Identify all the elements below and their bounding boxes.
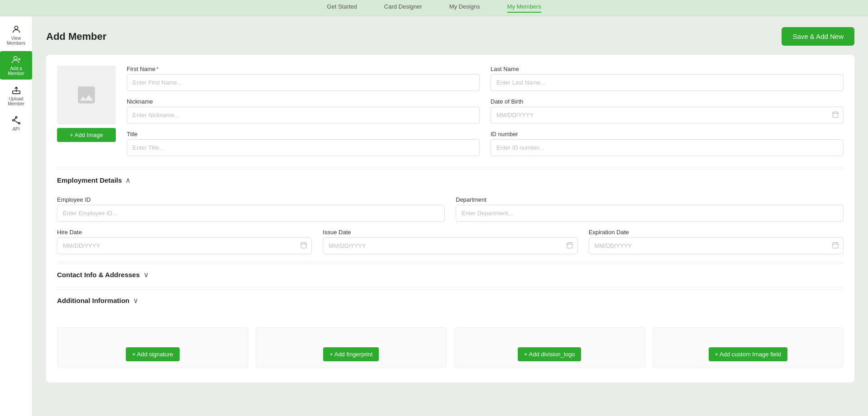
form-card: + Add Image First Name* Last Name Ni bbox=[46, 55, 854, 383]
svg-point-6 bbox=[12, 119, 14, 121]
svg-point-0 bbox=[14, 26, 18, 29]
nav-my-members[interactable]: My Members bbox=[507, 3, 541, 13]
svg-rect-19 bbox=[567, 242, 572, 248]
first-name-group: First Name* bbox=[127, 66, 480, 91]
sidebar-item-view-members-label: View Members bbox=[2, 36, 30, 46]
sidebar: View Members Add a Member Upload Member bbox=[0, 16, 33, 416]
employee-id-input[interactable] bbox=[57, 205, 445, 222]
id-number-group: ID number bbox=[491, 131, 844, 156]
department-input[interactable] bbox=[456, 205, 844, 222]
additional-section-header[interactable]: Additional Information ∨ bbox=[57, 289, 844, 311]
employment-section-header[interactable]: Employment Details ∧ bbox=[57, 169, 844, 191]
id-number-label: ID number bbox=[491, 131, 844, 137]
personal-info-row: + Add Image First Name* Last Name Ni bbox=[57, 66, 844, 156]
hire-date-calendar-icon bbox=[300, 241, 307, 251]
image-placeholder-icon bbox=[75, 84, 98, 106]
svg-rect-15 bbox=[301, 242, 306, 248]
add-fingerprint-button[interactable]: + Add fingerprint bbox=[323, 347, 379, 361]
expiration-date-group: Expiration Date bbox=[589, 229, 844, 254]
page-title: Add Member bbox=[46, 31, 106, 43]
issue-date-input[interactable] bbox=[323, 237, 577, 254]
hire-date-input[interactable] bbox=[57, 237, 312, 254]
sidebar-item-upload-member-label: Upload Member bbox=[2, 96, 30, 106]
add-signature-button[interactable]: + Add signature bbox=[126, 347, 180, 361]
dob-label: Date of Birth bbox=[491, 98, 844, 105]
nav-card-designer[interactable]: Card Designer bbox=[384, 3, 422, 13]
contact-section-header[interactable]: Contact Info & Addresses ∨ bbox=[57, 264, 844, 285]
image-buttons-row: + Add signature + Add fingerprint + Add … bbox=[57, 320, 844, 372]
employment-row-2: Hire Date bbox=[57, 229, 844, 254]
fingerprint-box: + Add fingerprint bbox=[256, 327, 447, 368]
avatar-placeholder bbox=[57, 66, 116, 124]
hire-date-label: Hire Date bbox=[57, 229, 312, 236]
svg-line-10 bbox=[14, 118, 16, 120]
person-add-icon bbox=[11, 55, 21, 65]
svg-point-1 bbox=[14, 57, 17, 60]
employee-id-label: Employee ID bbox=[57, 196, 445, 203]
upload-icon bbox=[11, 85, 21, 95]
add-image-button[interactable]: + Add Image bbox=[57, 128, 116, 142]
nickname-group: Nickname bbox=[127, 98, 480, 123]
signature-box: + Add signature bbox=[57, 327, 248, 368]
additional-section-title: Additional Information bbox=[57, 297, 129, 304]
nickname-label: Nickname bbox=[127, 98, 480, 105]
issue-date-calendar-icon bbox=[566, 241, 573, 251]
first-name-label: First Name* bbox=[127, 66, 480, 72]
dob-input[interactable] bbox=[491, 107, 844, 123]
title-input[interactable] bbox=[127, 139, 480, 156]
add-custom-image-button[interactable]: + Add custom Image field bbox=[709, 347, 787, 361]
expiration-date-label: Expiration Date bbox=[589, 229, 844, 236]
dob-input-wrapper bbox=[491, 107, 844, 123]
issue-date-label: Issue Date bbox=[323, 229, 577, 236]
division-logo-box: + Add division_logo bbox=[454, 327, 645, 368]
svg-line-9 bbox=[14, 120, 18, 123]
last-name-group: Last Name bbox=[491, 66, 844, 91]
sidebar-item-add-member-label: Add a Member bbox=[2, 66, 30, 76]
add-division-logo-button[interactable]: + Add division_logo bbox=[518, 347, 581, 361]
nav-get-started[interactable]: Get Started bbox=[327, 3, 357, 13]
title-label: Title bbox=[127, 131, 480, 137]
person-icon bbox=[11, 24, 21, 34]
sidebar-item-view-members[interactable]: View Members bbox=[0, 21, 32, 49]
contact-chevron-icon: ∨ bbox=[143, 270, 149, 279]
employment-row-1: Employee ID Department bbox=[57, 196, 844, 222]
personal-fields-grid: First Name* Last Name Nickname Date of B… bbox=[127, 66, 844, 156]
expiration-date-calendar-icon bbox=[832, 241, 839, 251]
hire-date-input-wrapper bbox=[57, 237, 312, 254]
id-number-input[interactable] bbox=[491, 139, 844, 156]
nickname-input[interactable] bbox=[127, 107, 480, 123]
svg-point-8 bbox=[18, 123, 20, 124]
expiration-date-input-wrapper bbox=[589, 237, 844, 254]
sidebar-item-add-member[interactable]: Add a Member bbox=[0, 51, 32, 80]
employee-id-group: Employee ID bbox=[57, 196, 445, 222]
sidebar-item-upload-member[interactable]: Upload Member bbox=[0, 81, 32, 110]
save-add-new-button[interactable]: Save & Add New bbox=[782, 27, 854, 46]
hire-date-group: Hire Date bbox=[57, 229, 312, 254]
employment-section-title: Employment Details bbox=[57, 176, 122, 184]
department-group: Department bbox=[456, 196, 844, 222]
nav-my-designs[interactable]: My Designs bbox=[449, 3, 480, 13]
avatar-section: + Add Image bbox=[57, 66, 116, 156]
svg-rect-11 bbox=[833, 112, 838, 117]
title-group: Title bbox=[127, 131, 480, 156]
sidebar-item-api-label: API bbox=[12, 127, 19, 132]
employment-chevron-icon: ∧ bbox=[125, 176, 131, 184]
svg-rect-23 bbox=[833, 242, 838, 248]
contact-section-title: Contact Info & Addresses bbox=[57, 271, 140, 279]
page-header: Add Member Save & Add New bbox=[46, 27, 854, 46]
custom-image-box: + Add custom Image field bbox=[653, 327, 844, 368]
last-name-input[interactable] bbox=[491, 74, 844, 91]
department-label: Department bbox=[456, 196, 844, 203]
main-content: Add Member Save & Add New + Add Image bbox=[33, 16, 868, 416]
sidebar-item-api[interactable]: API bbox=[0, 112, 32, 135]
dob-group: Date of Birth bbox=[491, 98, 844, 123]
last-name-label: Last Name bbox=[491, 66, 844, 72]
issue-date-input-wrapper bbox=[323, 237, 577, 254]
issue-date-group: Issue Date bbox=[323, 229, 577, 254]
api-icon bbox=[11, 115, 21, 125]
expiration-date-input[interactable] bbox=[589, 237, 844, 254]
top-nav: Get Started Card Designer My Designs My … bbox=[0, 0, 868, 16]
first-name-input[interactable] bbox=[127, 74, 480, 91]
calendar-icon bbox=[832, 111, 839, 120]
employment-fields: Employee ID Department Hire Date bbox=[57, 191, 844, 260]
